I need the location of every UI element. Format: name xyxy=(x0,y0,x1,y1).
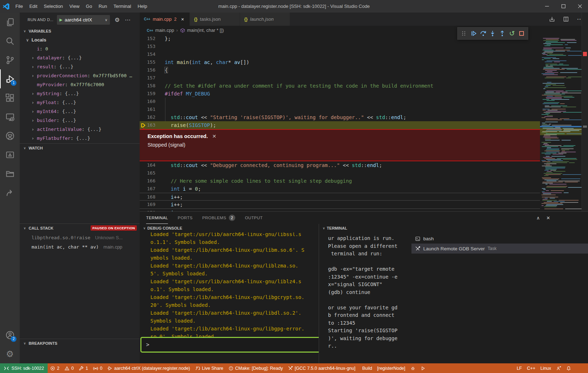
settings-button[interactable]: ⚙ xyxy=(0,344,20,363)
status-item-c++[interactable]: C++ xyxy=(524,363,538,373)
menu-selection[interactable]: Selection xyxy=(40,0,66,13)
debug-console-header[interactable]: ∨ DEBUG CONSOLE xyxy=(140,224,319,232)
variable-row-myString[interactable]: › myString: {...} xyxy=(20,89,140,98)
variable-row-myInt64[interactable]: › myInt64: {...} xyxy=(20,107,140,116)
code-line-153[interactable]: 153 xyxy=(140,43,540,50)
status-item-linux[interactable]: Linux xyxy=(538,363,554,373)
sidebar-item-live-share[interactable] xyxy=(0,183,20,202)
scope-row-locals[interactable]: ∨ Locals xyxy=(20,35,140,44)
code-line-158[interactable]: 158// Set the #ifdef area under comment … xyxy=(140,82,540,90)
status-item-feedback[interactable] xyxy=(554,363,564,373)
minimap[interactable] xyxy=(540,35,582,211)
code-line-169[interactable]: 169 i++; xyxy=(140,201,540,208)
drag-grip-icon[interactable] xyxy=(459,29,468,38)
maximize-icon[interactable] xyxy=(555,0,572,13)
variables-section-header[interactable]: ∨ VARIABLES xyxy=(20,27,140,35)
line-number[interactable]: 168 xyxy=(140,193,155,201)
remote-indicator[interactable]: SSH: sdk-10022 xyxy=(0,363,48,373)
restart-button[interactable]: ↺ xyxy=(508,29,516,38)
code-line-164[interactable]: 164 std::cout << "Debugger connected, co… xyxy=(140,161,540,169)
editor-scrollbar[interactable] xyxy=(582,13,588,211)
code-line-166[interactable]: 166 // Here some simple code lines to te… xyxy=(140,177,540,185)
line-number[interactable]: 159 xyxy=(140,90,155,98)
line-number[interactable]: 156 xyxy=(140,66,155,74)
more-actions-icon[interactable]: ⋯ xyxy=(125,16,131,23)
code-line-154[interactable]: 154 xyxy=(140,50,540,58)
line-number[interactable]: 157 xyxy=(140,74,155,82)
sidebar-item-remote-explorer[interactable] xyxy=(0,107,20,126)
line-number[interactable]: 164 xyxy=(140,161,155,169)
step-out-button[interactable] xyxy=(498,29,507,38)
accounts-button[interactable]: 2 xyxy=(0,325,20,344)
terminal-session-launch-remote-gdb-server[interactable]: Launch Remote GDB ServerTask xyxy=(411,244,588,254)
breadcrumb-file[interactable]: main.cpp xyxy=(155,28,174,33)
variable-row-result[interactable]: › result: {...} xyxy=(20,62,140,71)
terminal-header[interactable]: ∨ TERMINAL xyxy=(319,224,588,232)
terminal-session-bash[interactable]: bash xyxy=(411,234,588,244)
code-line-155[interactable]: 155int main(int ac, char* av[]) xyxy=(140,58,540,66)
variable-row-i[interactable]: i: 0 xyxy=(20,44,140,53)
line-number[interactable]: 161 xyxy=(140,105,155,113)
variable-row-builder[interactable]: › builder: {...} xyxy=(20,116,140,125)
line-number[interactable]: 160 xyxy=(140,98,155,105)
panel-tab-ports[interactable]: PORTS xyxy=(178,212,192,224)
close-tab-icon[interactable]: × xyxy=(181,16,184,22)
variable-row-providerConnection[interactable]: › providerConnection: 0x7f7fbd5f00 … xyxy=(20,71,140,80)
run-install-icon[interactable] xyxy=(549,16,555,22)
sidebar-item-github[interactable] xyxy=(0,126,20,145)
menu-view[interactable]: View xyxy=(66,0,83,13)
code-line-160[interactable]: 160 xyxy=(140,98,540,105)
menu-terminal[interactable]: Terminal xyxy=(110,0,134,13)
step-into-button[interactable] xyxy=(488,29,497,38)
sidebar-item-extensions[interactable] xyxy=(0,88,20,107)
sidebar-item-explorer[interactable] xyxy=(0,13,20,31)
code-editor[interactable]: Exception has occurred. ✕ Stopped (signa… xyxy=(140,35,540,211)
code-line-165[interactable]: 165 xyxy=(140,169,540,177)
line-number[interactable]: 155 xyxy=(140,58,155,66)
line-number[interactable]: 166 xyxy=(140,177,155,185)
status-item-error[interactable]: 2 xyxy=(48,363,62,373)
breakpoints-section-header[interactable]: ∨ BREAKPOINTS xyxy=(20,339,140,347)
code-line-167[interactable]: 167 int i = 0; xyxy=(140,185,540,193)
debug-settings-gear-icon[interactable]: ⚙ xyxy=(115,16,120,23)
line-number[interactable]: 169 xyxy=(140,201,155,208)
code-line-156[interactable]: 156{ xyxy=(140,66,540,74)
variable-row-datalayer[interactable]: › datalayer: {...} xyxy=(20,53,140,62)
status-item-lf[interactable]: LF xyxy=(514,363,525,373)
sidebar-item-run-and-debug[interactable]: 1 xyxy=(0,69,20,88)
panel-tab-terminal[interactable]: TERMINAL xyxy=(146,212,168,224)
variable-row-myFloat[interactable]: › myFloat: {...} xyxy=(20,98,140,107)
split-editor-icon[interactable] xyxy=(563,16,569,22)
close-window-icon[interactable] xyxy=(572,0,588,13)
status-item--registernode-[interactable]: [registerNode] xyxy=(375,363,408,373)
line-number[interactable]: 153 xyxy=(140,43,155,50)
sidebar-item-folder[interactable] xyxy=(0,164,20,183)
panel-tab-output[interactable]: OUTPUT xyxy=(245,212,263,224)
tab-tasks.json[interactable]: {} tasks.json xyxy=(190,13,240,26)
call-stack-section-header[interactable]: ∨ CALL STACK PAUSED ON EXCEPTION xyxy=(20,224,140,232)
sidebar-item-search[interactable] xyxy=(0,31,20,50)
status-item-bug[interactable] xyxy=(408,363,418,373)
menu-go[interactable]: Go xyxy=(83,0,95,13)
panel-maximize-icon[interactable]: ∧ xyxy=(536,215,540,221)
menu-file[interactable]: File xyxy=(12,0,26,13)
code-line-157[interactable]: 157 xyxy=(140,74,540,82)
status-item-wrench[interactable]: 1 xyxy=(76,363,91,373)
status-item-gear[interactable]: Build xyxy=(358,363,375,373)
status-item-live-share[interactable]: Live Share xyxy=(193,363,226,373)
tab-launch.json[interactable]: {} launch.json xyxy=(240,13,290,26)
code-line-168[interactable]: 168 i++; xyxy=(140,193,540,201)
line-number[interactable]: 158 xyxy=(140,82,155,90)
code-line-159[interactable]: 159#ifdef MY_DEBUG xyxy=(140,90,540,98)
line-number[interactable]: 154 xyxy=(140,50,155,58)
variable-row-myProvider[interactable]: myProvider: 0x7f7f6c7000 xyxy=(20,80,140,89)
close-icon[interactable]: ✕ xyxy=(212,133,216,139)
status-item-play[interactable] xyxy=(418,363,428,373)
stop-button[interactable] xyxy=(517,29,526,38)
panel-close-icon[interactable]: ✕ xyxy=(546,215,550,221)
variable-row-actInertialValue[interactable]: › actInertialValue: {...} xyxy=(20,125,140,134)
variable-row-myFlatbuffer[interactable]: › myFlatbuffer: {...} xyxy=(20,134,140,143)
tab-main.cpp[interactable]: C++ main.cpp 2 × xyxy=(140,13,190,26)
status-item-tools[interactable]: [GCC 7.5.0 aarch64-linux-gnu] xyxy=(285,363,358,373)
code-line-161[interactable]: 161 xyxy=(140,105,540,113)
